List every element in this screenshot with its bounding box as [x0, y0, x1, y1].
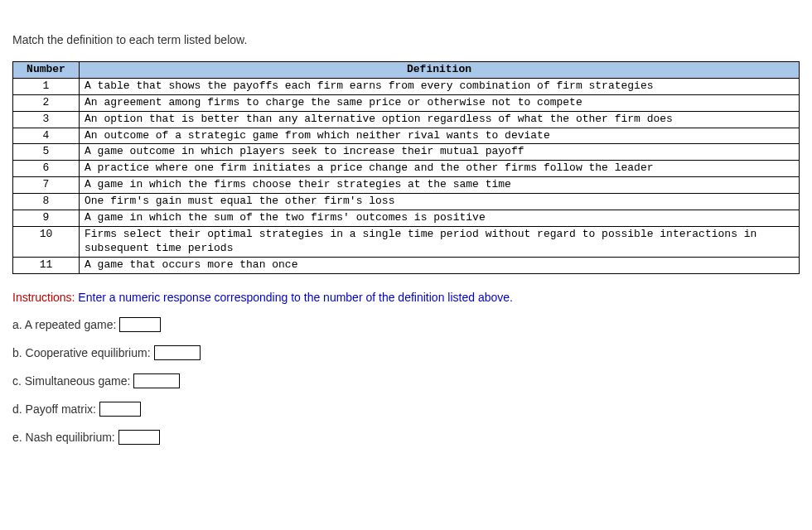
- answer-input-d[interactable]: [99, 402, 141, 417]
- row-num: 7: [13, 177, 80, 194]
- row-num: 5: [13, 144, 80, 161]
- answer-input-e[interactable]: [118, 430, 160, 445]
- row-num: 2: [13, 94, 80, 111]
- question-label: e. Nash equilibrium:: [12, 431, 115, 444]
- table-row: 3 An option that is better than any alte…: [13, 111, 800, 128]
- row-def: An outcome of a strategic game from whic…: [80, 128, 800, 144]
- question-label: d. Payoff matrix:: [12, 402, 96, 416]
- instructions-text: Enter a numeric response corresponding t…: [75, 291, 512, 304]
- row-def: An agreement among firms to charge the s…: [80, 94, 800, 111]
- table-row: 2 An agreement among firms to charge the…: [13, 94, 800, 111]
- row-num: 1: [13, 78, 80, 94]
- question-label: b. Cooperative equilibrium:: [12, 346, 151, 359]
- question-label: a. A repeated game:: [12, 318, 116, 331]
- question-label: c. Simultaneous game:: [12, 374, 130, 388]
- question-a: a. A repeated game:: [12, 317, 800, 332]
- answer-input-a[interactable]: [119, 317, 161, 332]
- row-def: A game in which the sum of the two firms…: [80, 210, 800, 227]
- table-row: 4 An outcome of a strategic game from wh…: [13, 128, 800, 144]
- prompt-text: Match the definition to each term listed…: [12, 33, 800, 46]
- row-def: One firm's gain must equal the other fir…: [80, 194, 800, 210]
- question-b: b. Cooperative equilibrium:: [12, 345, 800, 360]
- row-num: 10: [13, 226, 80, 257]
- table-row: 6 A practice where one firm initiates a …: [13, 161, 800, 177]
- row-num: 4: [13, 128, 80, 144]
- table-row: 5 A game outcome in which players seek t…: [13, 144, 800, 161]
- answer-input-b[interactable]: [154, 345, 201, 360]
- table-row: 10 Firms select their optimal strategies…: [13, 226, 800, 257]
- instructions: Instructions: Enter a numeric response c…: [12, 291, 800, 304]
- row-def: A game in which the firms choose their s…: [80, 177, 800, 194]
- row-num: 3: [13, 111, 80, 128]
- question-e: e. Nash equilibrium:: [12, 430, 800, 445]
- row-def: A practice where one firm initiates a pr…: [80, 161, 800, 177]
- row-num: 9: [13, 210, 80, 227]
- table-row: 8 One firm's gain must equal the other f…: [13, 194, 800, 210]
- definitions-table: Number Definition 1 A table that shows t…: [12, 61, 800, 274]
- header-number: Number: [13, 62, 80, 79]
- row-def: Firms select their optimal strategies in…: [80, 226, 800, 257]
- row-def: A table that shows the payoffs each firm…: [80, 78, 800, 94]
- table-row: 1 A table that shows the payoffs each fi…: [13, 78, 800, 94]
- question-d: d. Payoff matrix:: [12, 402, 800, 417]
- question-c: c. Simultaneous game:: [12, 373, 800, 388]
- table-row: 11 A game that occurs more than once: [13, 257, 800, 273]
- row-def: An option that is better than any altern…: [80, 111, 800, 128]
- row-num: 11: [13, 257, 80, 273]
- table-row: 7 A game in which the firms choose their…: [13, 177, 800, 194]
- table-row: 9 A game in which the sum of the two fir…: [13, 210, 800, 227]
- row-num: 8: [13, 194, 80, 210]
- row-def: A game outcome in which players seek to …: [80, 144, 800, 161]
- answer-input-c[interactable]: [133, 373, 180, 388]
- header-definition: Definition: [80, 62, 800, 79]
- row-num: 6: [13, 161, 80, 177]
- row-def: A game that occurs more than once: [80, 257, 800, 273]
- instructions-label: Instructions:: [12, 291, 75, 304]
